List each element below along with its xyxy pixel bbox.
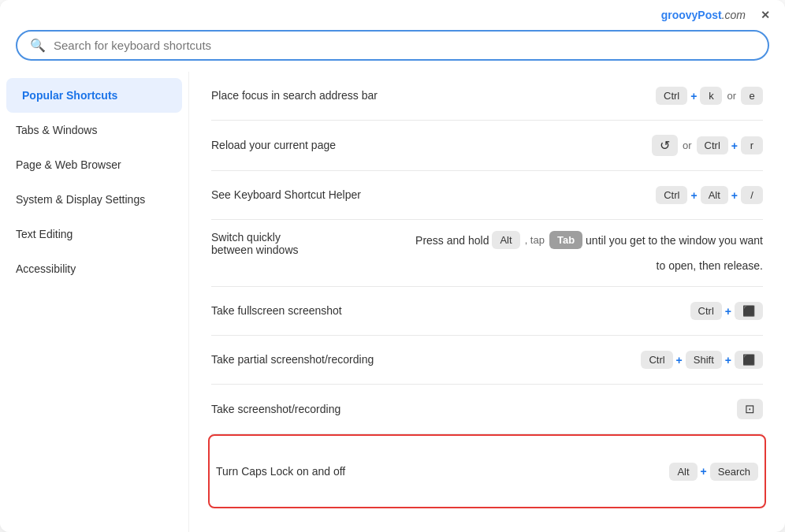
plus-icon-caps: + (701, 465, 707, 478)
sidebar: Popular Shortcuts Tabs & Windows Page & … (0, 72, 189, 532)
shortcut-desc-fullscreen: Take fullscreen screenshot (211, 303, 342, 319)
key-tab: Tab (549, 231, 582, 249)
switch-row-top: Switch quickly between windows Press and… (211, 231, 763, 256)
plus-icon-6: + (676, 354, 683, 366)
key-alt: Alt (701, 186, 728, 204)
key-ctrl: Ctrl (656, 87, 687, 105)
key-shift: Shift (686, 351, 722, 369)
keys-reload: ↺ or Ctrl + r (652, 135, 763, 156)
title-bar: groovyPost.com ✕ (0, 0, 785, 25)
key-reload-icon: ↺ (652, 135, 678, 156)
sidebar-item-text-editing[interactable]: Text Editing (0, 217, 188, 251)
switch-desc-line2: between windows (211, 244, 306, 256)
key-alt-caps: Alt (669, 463, 697, 481)
brand-text: groovyPost.com (661, 9, 746, 21)
key-screenshot-icon: ⊡ (737, 399, 763, 419)
search-input-wrap: 🔍 (16, 30, 769, 61)
keys-keyboard-helper: Ctrl + Alt + / (656, 186, 763, 204)
switch-desc-line1: Switch quickly (211, 231, 306, 244)
sidebar-item-system-display[interactable]: System & Display Settings (0, 182, 188, 217)
sidebar-item-tabs-windows[interactable]: Tabs & Windows (0, 113, 188, 147)
shortcut-row-reload: Reload your current page ↺ or Ctrl + r (211, 121, 763, 171)
shortcut-row-keyboard-helper: See Keyboard Shortcut Helper Ctrl + Alt … (211, 171, 763, 220)
shortcut-row-caps-lock: Turn Caps Lock on and off Alt + Search (216, 447, 758, 496)
shortcut-row-screenshot: Take screenshot/recording ⊡ (211, 385, 763, 434)
search-bar-container: 🔍 (0, 25, 785, 72)
keys-partial: Ctrl + Shift + ⬛ (641, 351, 763, 369)
comma-tap: , tap (525, 234, 545, 246)
key-k: k (700, 87, 722, 105)
shortcut-desc-focus-search: Place focus in search address bar (211, 87, 378, 104)
key-r: r (741, 136, 763, 154)
switch-extra-text: to open, then release. (211, 259, 763, 275)
switch-keys: Press and hold Alt , tap Tab until you g… (312, 231, 763, 249)
key-alt-2: Alt (492, 231, 519, 249)
plus-icon-4: + (731, 189, 738, 202)
key-e: e (741, 87, 763, 105)
close-button[interactable]: ✕ (758, 8, 772, 22)
keyboard-shortcuts-window: groovyPost.com ✕ 🔍 Popular Shortcuts Tab… (0, 0, 785, 532)
key-search: Search (710, 463, 758, 481)
main-layout: Popular Shortcuts Tabs & Windows Page & … (0, 72, 785, 532)
search-input[interactable] (54, 39, 755, 52)
shortcut-desc-screenshot: Take screenshot/recording (211, 401, 340, 418)
until-text: until you get to the window you want (586, 234, 763, 247)
key-slash: / (741, 186, 763, 204)
plus-icon-5: + (725, 305, 731, 318)
shortcut-row-partial: Take partial screenshot/recording Ctrl +… (211, 336, 763, 385)
key-ctrl-4: Ctrl (690, 302, 722, 320)
brand-name: groovyPost (661, 9, 722, 21)
keys-screenshot: ⊡ (737, 399, 763, 419)
highlighted-caps-lock: Turn Caps Lock on and off Alt + Search (208, 434, 766, 508)
key-ctrl-2: Ctrl (697, 136, 728, 154)
press-and-hold-text: Press and hold (415, 234, 489, 247)
shortcut-desc-caps-lock: Turn Caps Lock on and off (216, 463, 345, 480)
plus-icon-3: + (690, 189, 697, 202)
sidebar-item-accessibility[interactable]: Accessibility (0, 251, 188, 286)
or-text: or (727, 90, 736, 102)
shortcut-desc-reload: Reload your current page (211, 137, 336, 154)
key-ctrl-5: Ctrl (641, 351, 672, 369)
sidebar-item-page-web-browser[interactable]: Page & Web Browser (0, 147, 188, 182)
sidebar-item-popular-shortcuts[interactable]: Popular Shortcuts (6, 78, 182, 113)
search-icon: 🔍 (30, 38, 46, 53)
shortcuts-content: Place focus in search address bar Ctrl +… (189, 72, 785, 532)
key-ctrl-3: Ctrl (656, 186, 687, 204)
shortcut-row-switch-windows: Switch quickly between windows Press and… (211, 220, 763, 287)
plus-icon-7: + (725, 354, 731, 366)
shortcut-desc-partial: Take partial screenshot/recording (211, 352, 374, 368)
shortcut-desc-keyboard-helper: See Keyboard Shortcut Helper (211, 187, 361, 203)
keys-focus-search: Ctrl + k or e (656, 87, 763, 105)
plus-icon: + (690, 90, 697, 102)
keys-fullscreen: Ctrl + ⬛ (690, 302, 763, 320)
keys-caps-lock: Alt + Search (669, 463, 758, 481)
or-text-2: or (683, 140, 692, 151)
plus-icon-2: + (731, 140, 738, 152)
shortcut-row-focus-search: Place focus in search address bar Ctrl +… (211, 72, 763, 121)
shortcut-row-fullscreen: Take fullscreen screenshot Ctrl + ⬛ (211, 287, 763, 336)
key-partial-icon: ⬛ (735, 351, 763, 369)
key-fullscreen-icon: ⬛ (735, 302, 763, 320)
